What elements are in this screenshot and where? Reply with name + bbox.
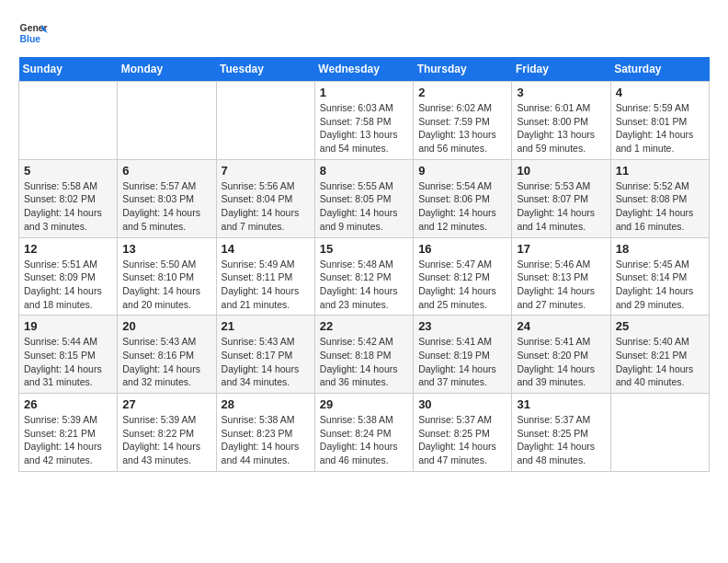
day-info: Sunrise: 5:43 AM Sunset: 8:16 PM Dayligh…: [122, 335, 210, 389]
day-info: Sunrise: 5:39 AM Sunset: 8:21 PM Dayligh…: [24, 413, 112, 467]
day-info: Sunrise: 5:37 AM Sunset: 8:25 PM Dayligh…: [418, 413, 506, 467]
day-info: Sunrise: 6:01 AM Sunset: 8:00 PM Dayligh…: [517, 101, 605, 155]
day-info: Sunrise: 5:58 AM Sunset: 8:02 PM Dayligh…: [24, 179, 112, 234]
calendar-cell: 12Sunrise: 5:51 AM Sunset: 8:09 PM Dayli…: [19, 237, 118, 316]
day-number: 12: [24, 242, 112, 256]
day-number: 8: [320, 164, 408, 178]
calendar-cell: 7Sunrise: 5:56 AM Sunset: 8:04 PM Daylig…: [216, 159, 314, 237]
week-row-1: 1Sunrise: 6:03 AM Sunset: 7:58 PM Daylig…: [19, 82, 710, 160]
day-number: 4: [616, 86, 704, 99]
day-info: Sunrise: 5:56 AM Sunset: 8:04 PM Dayligh…: [222, 179, 310, 234]
calendar-cell: 21Sunrise: 5:43 AM Sunset: 8:17 PM Dayli…: [216, 316, 314, 394]
calendar-cell: 26Sunrise: 5:39 AM Sunset: 8:21 PM Dayli…: [19, 394, 118, 472]
day-info: Sunrise: 6:03 AM Sunset: 7:58 PM Dayligh…: [320, 101, 408, 155]
calendar-cell: 10Sunrise: 5:53 AM Sunset: 8:07 PM Dayli…: [512, 159, 610, 237]
day-number: 23: [418, 319, 506, 333]
day-info: Sunrise: 5:52 AM Sunset: 8:08 PM Dayligh…: [616, 179, 704, 234]
calendar-cell: 28Sunrise: 5:38 AM Sunset: 8:23 PM Dayli…: [216, 394, 314, 472]
calendar-cell: 22Sunrise: 5:42 AM Sunset: 8:18 PM Dayli…: [314, 316, 413, 394]
calendar-cell: 8Sunrise: 5:55 AM Sunset: 8:05 PM Daylig…: [314, 159, 413, 237]
day-info: Sunrise: 6:02 AM Sunset: 7:59 PM Dayligh…: [418, 101, 506, 155]
day-info: Sunrise: 5:59 AM Sunset: 8:01 PM Dayligh…: [616, 101, 704, 155]
calendar-cell: 5Sunrise: 5:58 AM Sunset: 8:02 PM Daylig…: [19, 159, 118, 237]
week-row-2: 5Sunrise: 5:58 AM Sunset: 8:02 PM Daylig…: [19, 159, 710, 237]
week-row-4: 19Sunrise: 5:44 AM Sunset: 8:15 PM Dayli…: [19, 316, 710, 394]
calendar-cell: 3Sunrise: 6:01 AM Sunset: 8:00 PM Daylig…: [512, 82, 610, 160]
calendar-cell: [610, 394, 709, 472]
day-header-wednesday: Wednesday: [314, 57, 413, 82]
logo: General Blue: [18, 18, 51, 48]
calendar-cell: 11Sunrise: 5:52 AM Sunset: 8:08 PM Dayli…: [610, 159, 709, 237]
day-number: 14: [222, 242, 310, 256]
day-info: Sunrise: 5:46 AM Sunset: 8:13 PM Dayligh…: [517, 258, 605, 312]
day-number: 15: [320, 242, 408, 256]
day-header-friday: Friday: [512, 57, 610, 82]
svg-text:Blue: Blue: [20, 34, 41, 44]
calendar-table: SundayMondayTuesdayWednesdayThursdayFrid…: [18, 57, 710, 472]
calendar-cell: 6Sunrise: 5:57 AM Sunset: 8:03 PM Daylig…: [118, 159, 216, 237]
day-header-monday: Monday: [118, 57, 216, 82]
day-header-tuesday: Tuesday: [216, 57, 314, 82]
day-info: Sunrise: 5:54 AM Sunset: 8:06 PM Dayligh…: [418, 179, 506, 234]
day-number: 16: [418, 242, 506, 256]
calendar-cell: 4Sunrise: 5:59 AM Sunset: 8:01 PM Daylig…: [610, 82, 709, 160]
day-number: 2: [418, 86, 506, 99]
calendar-cell: 29Sunrise: 5:38 AM Sunset: 8:24 PM Dayli…: [314, 394, 413, 472]
calendar-cell: 23Sunrise: 5:41 AM Sunset: 8:19 PM Dayli…: [414, 316, 512, 394]
day-info: Sunrise: 5:41 AM Sunset: 8:19 PM Dayligh…: [418, 335, 506, 389]
day-info: Sunrise: 5:49 AM Sunset: 8:11 PM Dayligh…: [222, 258, 310, 312]
calendar-cell: 19Sunrise: 5:44 AM Sunset: 8:15 PM Dayli…: [19, 316, 118, 394]
day-header-sunday: Sunday: [19, 57, 118, 82]
day-number: 29: [320, 397, 408, 411]
days-header-row: SundayMondayTuesdayWednesdayThursdayFrid…: [19, 57, 710, 82]
day-number: 1: [320, 86, 408, 99]
day-number: 31: [517, 397, 605, 411]
calendar-cell: 13Sunrise: 5:50 AM Sunset: 8:10 PM Dayli…: [118, 237, 216, 316]
day-number: 19: [24, 319, 112, 333]
day-number: 26: [24, 397, 112, 411]
day-number: 22: [320, 319, 408, 333]
calendar-cell: 31Sunrise: 5:37 AM Sunset: 8:25 PM Dayli…: [512, 394, 610, 472]
day-header-thursday: Thursday: [414, 57, 512, 82]
calendar-cell: [19, 82, 118, 160]
day-info: Sunrise: 5:51 AM Sunset: 8:09 PM Dayligh…: [24, 258, 112, 312]
day-info: Sunrise: 5:55 AM Sunset: 8:05 PM Dayligh…: [320, 179, 408, 234]
day-info: Sunrise: 5:42 AM Sunset: 8:18 PM Dayligh…: [320, 335, 408, 389]
day-number: 28: [222, 397, 310, 411]
day-number: 5: [24, 164, 112, 178]
calendar-cell: 30Sunrise: 5:37 AM Sunset: 8:25 PM Dayli…: [414, 394, 512, 472]
day-number: 24: [517, 319, 605, 333]
day-number: 10: [517, 164, 605, 178]
day-number: 9: [418, 164, 506, 178]
calendar-cell: 27Sunrise: 5:39 AM Sunset: 8:22 PM Dayli…: [118, 394, 216, 472]
logo-icon: General Blue: [18, 18, 48, 48]
day-info: Sunrise: 5:38 AM Sunset: 8:24 PM Dayligh…: [320, 413, 408, 467]
calendar-cell: 14Sunrise: 5:49 AM Sunset: 8:11 PM Dayli…: [216, 237, 314, 316]
calendar-cell: 18Sunrise: 5:45 AM Sunset: 8:14 PM Dayli…: [610, 237, 709, 316]
day-number: 18: [616, 242, 704, 256]
week-row-5: 26Sunrise: 5:39 AM Sunset: 8:21 PM Dayli…: [19, 394, 710, 472]
calendar-cell: 15Sunrise: 5:48 AM Sunset: 8:12 PM Dayli…: [314, 237, 413, 316]
day-info: Sunrise: 5:47 AM Sunset: 8:12 PM Dayligh…: [418, 258, 506, 312]
day-info: Sunrise: 5:44 AM Sunset: 8:15 PM Dayligh…: [24, 335, 112, 389]
day-info: Sunrise: 5:40 AM Sunset: 8:21 PM Dayligh…: [616, 335, 704, 389]
calendar-cell: [118, 82, 216, 160]
calendar-cell: 24Sunrise: 5:41 AM Sunset: 8:20 PM Dayli…: [512, 316, 610, 394]
calendar-cell: 9Sunrise: 5:54 AM Sunset: 8:06 PM Daylig…: [414, 159, 512, 237]
day-number: 17: [517, 242, 605, 256]
day-info: Sunrise: 5:45 AM Sunset: 8:14 PM Dayligh…: [616, 258, 704, 312]
day-number: 11: [616, 164, 704, 178]
day-number: 7: [222, 164, 310, 178]
day-info: Sunrise: 5:50 AM Sunset: 8:10 PM Dayligh…: [122, 258, 210, 312]
calendar-cell: 2Sunrise: 6:02 AM Sunset: 7:59 PM Daylig…: [414, 82, 512, 160]
day-number: 25: [616, 319, 704, 333]
day-number: 20: [122, 319, 210, 333]
day-info: Sunrise: 5:53 AM Sunset: 8:07 PM Dayligh…: [517, 179, 605, 234]
calendar-cell: 1Sunrise: 6:03 AM Sunset: 7:58 PM Daylig…: [314, 82, 413, 160]
day-info: Sunrise: 5:48 AM Sunset: 8:12 PM Dayligh…: [320, 258, 408, 312]
day-info: Sunrise: 5:37 AM Sunset: 8:25 PM Dayligh…: [517, 413, 605, 467]
calendar-cell: 16Sunrise: 5:47 AM Sunset: 8:12 PM Dayli…: [414, 237, 512, 316]
day-number: 13: [122, 242, 210, 256]
day-header-saturday: Saturday: [610, 57, 709, 82]
page-header: General Blue: [18, 18, 710, 48]
